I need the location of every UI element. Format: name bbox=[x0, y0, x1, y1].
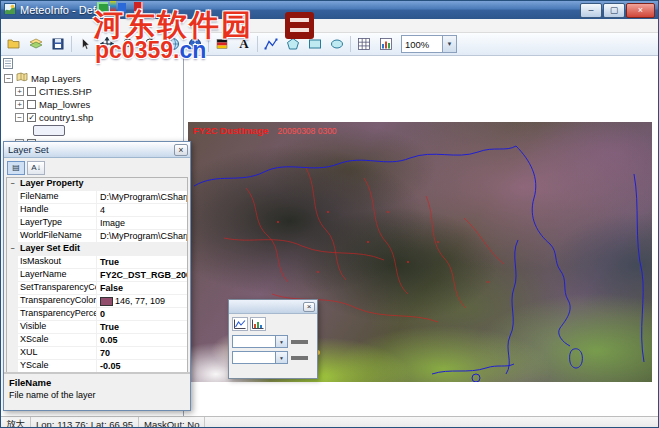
property-row[interactable]: Handle4 bbox=[7, 204, 187, 217]
image-caption: FY2C DustImage20090308 0300 bbox=[193, 125, 337, 136]
layer-label[interactable]: country1.shp bbox=[39, 112, 93, 123]
property-row[interactable]: IsMaskoutTrue bbox=[7, 256, 187, 269]
alphabetical-view-button[interactable]: A↓ bbox=[27, 161, 45, 175]
selected-property-name: FileName bbox=[9, 377, 185, 388]
layer-set-titlebar[interactable]: Layer Set × bbox=[4, 142, 190, 158]
layer-visibility-checkbox[interactable] bbox=[27, 100, 36, 109]
property-value[interactable]: D:\MyProgram\CSharp\Me bbox=[97, 230, 187, 242]
property-name: IsMaskout bbox=[18, 256, 97, 268]
property-row[interactable]: WorldFileNameD:\MyProgram\CSharp\Me bbox=[7, 230, 187, 243]
close-button[interactable]: × bbox=[626, 3, 655, 18]
title-bar[interactable]: MeteoInfo - Default – ▢ × bbox=[1, 1, 658, 19]
property-row[interactable]: FileNameD:\MyProgram\CSharp\Me bbox=[7, 191, 187, 204]
property-row[interactable]: TransparencyColor146, 77, 109 bbox=[7, 295, 187, 308]
tree-expander-icon[interactable] bbox=[15, 100, 24, 109]
grid-button[interactable] bbox=[353, 33, 375, 55]
grid-gutter bbox=[7, 308, 18, 320]
bar-chart-icon[interactable] bbox=[250, 317, 266, 331]
property-row[interactable]: LayerNameFY2C_DST_RGB_200903 bbox=[7, 269, 187, 282]
menu-bar[interactable] bbox=[1, 19, 658, 33]
zoom-in-button[interactable] bbox=[118, 33, 140, 55]
layer-item[interactable]: country1.shp bbox=[1, 111, 183, 124]
property-value[interactable]: True bbox=[97, 256, 187, 268]
toolbar-separator bbox=[71, 36, 72, 52]
property-row[interactable]: XScale0.05 bbox=[7, 334, 187, 347]
toolbar-separator bbox=[257, 36, 258, 52]
category-row[interactable]: −Layer Set Edit bbox=[7, 243, 187, 256]
map-layers-root[interactable]: Map Layers bbox=[1, 71, 183, 85]
property-value[interactable]: 4 bbox=[97, 204, 187, 216]
identify-button[interactable] bbox=[184, 33, 206, 55]
tool-window-titlebar[interactable]: × bbox=[229, 300, 317, 314]
property-row[interactable]: LayerTypeImage bbox=[7, 217, 187, 230]
property-value[interactable]: FY2C_DST_RGB_200903 bbox=[97, 269, 187, 281]
grid-gutter bbox=[7, 347, 18, 359]
status-tool-mode: 放大 bbox=[1, 417, 31, 428]
property-value[interactable]: 70 bbox=[97, 347, 187, 359]
property-name: XUL bbox=[18, 347, 97, 359]
grid-gutter bbox=[7, 269, 18, 281]
grid-gutter bbox=[7, 217, 18, 229]
ellipse-button[interactable] bbox=[326, 33, 348, 55]
property-row[interactable]: TransparencyPerce0 bbox=[7, 308, 187, 321]
select-button[interactable] bbox=[74, 33, 96, 55]
pan-icon bbox=[100, 37, 114, 51]
maximize-button[interactable]: ▢ bbox=[603, 3, 625, 18]
open-icon bbox=[7, 37, 21, 51]
property-name: Visible bbox=[18, 321, 97, 333]
line-chart-icon[interactable] bbox=[232, 317, 248, 331]
categorized-view-button[interactable]: ▤ bbox=[7, 161, 25, 175]
grid-gutter bbox=[7, 204, 18, 216]
chart-button[interactable] bbox=[375, 33, 397, 55]
close-icon[interactable]: × bbox=[174, 144, 188, 156]
open-button[interactable] bbox=[3, 33, 25, 55]
tool-combobox-2[interactable] bbox=[232, 351, 288, 364]
polygon-button[interactable] bbox=[282, 33, 304, 55]
zoom-combobox[interactable]: 100% bbox=[401, 35, 457, 53]
layer-symbol bbox=[1, 124, 183, 137]
layer-item[interactable]: CITIES.SHP bbox=[1, 85, 183, 98]
rectangle-button[interactable] bbox=[304, 33, 326, 55]
status-coordinates: Lon: 113.76; Lat: 66.95 bbox=[31, 417, 139, 428]
layer-label[interactable]: CITIES.SHP bbox=[39, 86, 92, 97]
close-icon[interactable]: × bbox=[303, 302, 315, 312]
add-layer-button[interactable] bbox=[25, 33, 47, 55]
tree-expander-icon[interactable] bbox=[4, 74, 13, 83]
minimize-button[interactable]: – bbox=[580, 3, 602, 18]
property-value[interactable]: True bbox=[97, 321, 187, 333]
layer-item[interactable]: Map_lowres bbox=[1, 98, 183, 111]
property-row[interactable]: SetTransparencyCoFalse bbox=[7, 282, 187, 295]
property-row[interactable]: XUL70 bbox=[7, 347, 187, 360]
layer-visibility-checkbox[interactable] bbox=[27, 113, 36, 122]
property-grid-toolbar: ▤ A↓ bbox=[4, 158, 190, 177]
property-value[interactable]: Image bbox=[97, 217, 187, 229]
property-value[interactable]: -0.05 bbox=[97, 360, 187, 372]
property-value[interactable]: 0.05 bbox=[97, 334, 187, 346]
property-name: TransparencyPerce bbox=[18, 308, 97, 320]
tool-combobox-1[interactable] bbox=[232, 335, 288, 348]
property-value[interactable]: D:\MyProgram\CSharp\Me bbox=[97, 191, 187, 203]
property-value[interactable]: 0 bbox=[97, 308, 187, 320]
zoom-out-button[interactable] bbox=[140, 33, 162, 55]
save-button[interactable] bbox=[47, 33, 69, 55]
tool-label-1 bbox=[291, 340, 308, 344]
grid-gutter bbox=[7, 282, 18, 294]
tree-expander-icon[interactable] bbox=[15, 113, 24, 122]
category-row[interactable]: −Layer Property bbox=[7, 178, 187, 191]
full-extent-button[interactable] bbox=[162, 33, 184, 55]
flag-button[interactable] bbox=[211, 33, 233, 55]
chevron-down-icon[interactable] bbox=[442, 36, 456, 52]
property-value[interactable]: 146, 77, 109 bbox=[97, 295, 187, 307]
polyline-button[interactable] bbox=[260, 33, 282, 55]
property-row[interactable]: VisibleTrue bbox=[7, 321, 187, 334]
layer-visibility-checkbox[interactable] bbox=[27, 87, 36, 96]
pan-button[interactable] bbox=[96, 33, 118, 55]
property-grid[interactable]: −Layer PropertyFileNameD:\MyProgram\CSha… bbox=[6, 177, 188, 375]
property-value[interactable]: False bbox=[97, 282, 187, 294]
grid-gutter bbox=[7, 360, 18, 372]
polygon-symbol-patch bbox=[33, 125, 65, 136]
tree-expander-icon[interactable] bbox=[15, 87, 24, 96]
zoom-out-icon bbox=[144, 37, 158, 51]
layer-label[interactable]: Map_lowres bbox=[39, 99, 90, 110]
text-button[interactable]: A bbox=[233, 33, 255, 55]
